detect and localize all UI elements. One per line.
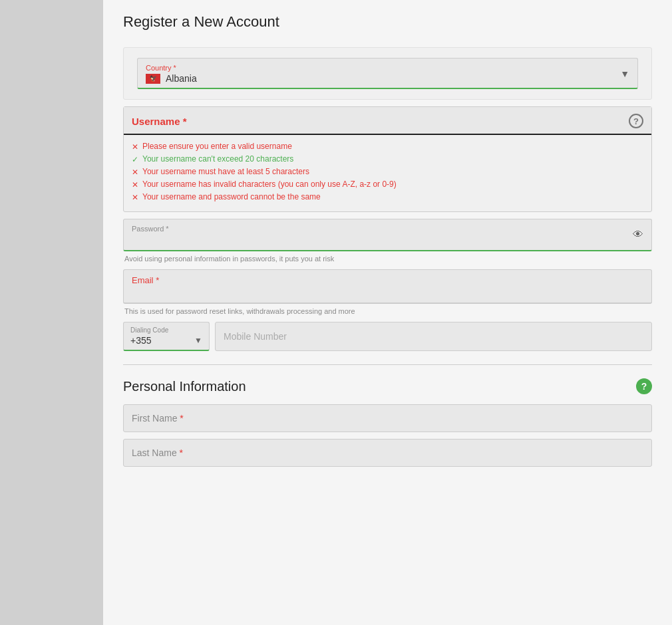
left-sidebar	[0, 0, 103, 625]
country-select[interactable]: Country * Albania ▼	[137, 58, 638, 89]
validation-item: ✕ Your username and password cannot be t…	[132, 192, 643, 202]
password-input[interactable]	[132, 235, 643, 245]
personal-info-header: Personal Information ?	[123, 378, 652, 394]
validation-item: ✕ Your username has invalid characters (…	[132, 180, 643, 189]
dialing-row: +355 ▼	[130, 335, 202, 346]
dialing-code-value: +355	[130, 335, 152, 346]
dialing-dropdown-arrow-icon: ▼	[194, 336, 202, 345]
country-value-row: Albania	[146, 73, 620, 84]
personal-info-title: Personal Information	[123, 379, 246, 394]
country-selected-value: Albania	[166, 73, 197, 84]
username-help-icon[interactable]: ?	[629, 114, 643, 128]
error-icon: ✕	[132, 168, 138, 177]
validation-item: ✕ Please ensure you enter a valid userna…	[132, 142, 643, 152]
username-label: Username *	[132, 116, 187, 127]
email-label: Email *	[132, 275, 643, 285]
page-title: Register a New Account	[123, 13, 652, 31]
albania-flag-icon	[146, 74, 160, 84]
country-dropdown-arrow-icon: ▼	[620, 68, 629, 79]
main-content: Register a New Account Country * Albania…	[103, 0, 672, 625]
email-input[interactable]	[132, 287, 643, 298]
username-block: Username * ? ✕ Please ensure you enter a…	[123, 106, 652, 212]
last-name-label: Last Name *	[132, 447, 183, 458]
country-section: Country * Albania ▼	[123, 47, 652, 100]
validation-item: ✕ Your username must have at least 5 cha…	[132, 167, 643, 177]
error-icon: ✕	[132, 142, 138, 152]
dialing-code-select[interactable]: Dialing Code +355 ▼	[123, 322, 210, 351]
first-name-label: First Name *	[132, 413, 184, 424]
username-header: Username * ?	[124, 107, 651, 135]
success-icon: ✓	[132, 155, 138, 164]
mobile-number-field[interactable]: Mobile Number	[215, 322, 652, 351]
password-group: Password * 👁 Avoid using personal inform…	[123, 219, 652, 263]
validation-list: ✕ Please ensure you enter a valid userna…	[124, 135, 651, 211]
error-icon: ✕	[132, 180, 138, 189]
phone-row: Dialing Code +355 ▼ Mobile Number	[123, 322, 652, 351]
section-divider	[123, 364, 652, 365]
email-field-wrapper: Email *	[123, 269, 652, 304]
password-label: Password *	[132, 225, 643, 233]
country-label: Country *	[146, 64, 620, 72]
personal-info-help-icon[interactable]: ?	[636, 378, 652, 394]
password-field-wrapper: Password * 👁	[123, 219, 652, 251]
first-name-field[interactable]: First Name *	[123, 404, 652, 432]
password-hint: Avoid using personal information in pass…	[123, 251, 652, 263]
last-name-field[interactable]: Last Name *	[123, 439, 652, 467]
email-group: Email * This is used for password reset …	[123, 269, 652, 315]
mobile-placeholder: Mobile Number	[224, 331, 287, 342]
validation-item: ✓ Your username can't exceed 20 characte…	[132, 154, 643, 164]
email-hint: This is used for password reset links, w…	[123, 304, 652, 315]
dialing-code-label: Dialing Code	[130, 326, 202, 334]
password-visibility-icon[interactable]: 👁	[633, 229, 643, 241]
error-icon: ✕	[132, 193, 138, 202]
